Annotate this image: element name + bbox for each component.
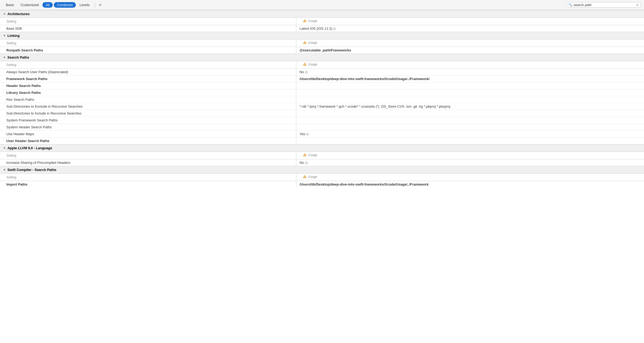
table-row: System Header Search Paths [0,124,644,131]
table-row: Rez Search Paths [0,96,644,103]
linking-col-setting-header: Setting [0,39,296,47]
tab-customized[interactable]: Customized [18,2,42,8]
increase-sharing-value: No ◇ [296,159,644,166]
xcode-usage-icon-search: A [303,62,307,67]
search-paths-header-row: Setting A Usage [0,61,644,69]
section-swift-header[interactable]: ▼ Swift Compiler - Search Paths [0,166,644,174]
search-clear-button[interactable]: ✕ [636,3,639,7]
section-search-paths-title: Search Paths [7,55,29,59]
svg-text:A: A [304,42,306,44]
use-header-maps-setting: Use Header Maps [0,131,296,138]
content-area: ▼ Architectures Setting A Usage Base SDK… [0,10,644,343]
section-linking-title: Linking [7,34,20,38]
tab-all[interactable]: All [42,2,52,8]
header-search-value [296,82,644,89]
table-row: Increase Sharing of Precompiled Headers … [0,159,644,166]
base-sdk-setting: Base SDK [0,25,296,32]
svg-text:A: A [304,20,306,22]
architectures-table: Setting A Usage Base SDK Latest iOS (iOS… [0,18,644,32]
tab-levels[interactable]: Levels [77,2,92,8]
llvm-divider: A Usage [296,152,644,159]
rez-search-value [296,96,644,103]
section-architectures-title: Architectures [7,12,30,16]
add-button[interactable]: + [98,3,103,7]
tab-basic[interactable]: Basic [3,2,17,8]
architectures-divider: A Usage [296,18,644,25]
llvm-usage-header: Usage [308,153,317,157]
table-row: System Framework Search Paths [0,117,644,124]
table-row: Base SDK Latest iOS (iOS 11.2) ◇ [0,25,644,32]
table-row: Runpath Search Paths @executable_path/Fr… [0,47,644,54]
table-row: Import Paths /Users/tib/Desktop/deep-div… [0,181,644,188]
linking-divider: A Usage [296,39,644,47]
table-row: User Header Search Paths [0,138,644,144]
increase-sharing-setting: Increase Sharing of Precompiled Headers [0,159,296,166]
section-search-paths-header[interactable]: ▼ Search Paths [0,54,644,61]
import-paths-setting: Import Paths [0,181,296,188]
section-llvm-arrow: ▼ [3,147,6,149]
section-search-paths-arrow: ▼ [3,56,6,59]
library-search-setting: Library Search Paths [0,89,296,96]
section-architectures-arrow: ▼ [3,12,6,15]
swift-col-setting-header: Setting [0,174,296,181]
table-row: Library Search Paths [0,89,644,96]
xcode-usage-icon-linking: A [303,41,307,45]
swift-header-row: Setting A Usage [0,174,644,181]
table-row: Always Search User Paths (Deprecated) No… [0,69,644,76]
section-linking-arrow: ▼ [3,34,6,37]
architectures-usage-header: Usage [308,19,317,23]
table-row: Use Header Maps Yes ◇ [0,131,644,138]
section-llvm-title: Apple LLVM 9.0 - Language [7,146,52,150]
sys-header-value [296,124,644,131]
llvm-header-row: Setting A Usage [0,152,644,159]
toolbar-divider [95,2,95,8]
sys-header-setting: System Header Search Paths [0,124,296,131]
tab-combined[interactable]: Combined [54,2,76,8]
section-architectures-header[interactable]: ▼ Architectures [0,10,644,18]
search-paths-col-setting-header: Setting [0,61,296,69]
user-header-setting: User Header Search Paths [0,138,296,144]
search-paths-table: Setting A Usage Always Search User Paths… [0,61,644,144]
user-header-value [296,138,644,144]
subdirs-include-setting: Sub-Directories to Include in Recursive … [0,110,296,117]
table-row: Sub-Directories to Exclude in Recursive … [0,103,644,110]
linking-usage-header: Usage [308,41,317,45]
search-paths-divider: A Usage [296,61,644,69]
runpath-setting: Runpath Search Paths [0,47,296,54]
rez-search-setting: Rez Search Paths [0,96,296,103]
import-paths-value: /Users/tib/Desktop/deep-dive-into-swift-… [296,181,644,188]
swift-divider: A Usage [296,174,644,181]
section-linking-header[interactable]: ▼ Linking [0,32,644,39]
xcode-usage-icon-swift: A [303,175,307,179]
table-row: Header Search Paths [0,82,644,89]
svg-text:A: A [304,176,306,178]
subdirs-exclude-value: *.nib *.lproj *.framework *.gch *.xcode*… [296,103,644,110]
base-sdk-value: Latest iOS (iOS 11.2) ◇ [296,25,644,32]
svg-text:A: A [304,154,306,156]
use-header-maps-value: Yes ◇ [296,131,644,138]
llvm-table: Setting A Usage Increase Sharing of Prec… [0,152,644,166]
search-paths-usage-header: Usage [308,63,317,66]
xcode-usage-icon-llvm: A [303,153,307,157]
section-swift-arrow: ▼ [3,168,6,171]
sys-framework-setting: System Framework Search Paths [0,117,296,124]
subdirs-exclude-setting: Sub-Directories to Exclude in Recursive … [0,103,296,110]
svg-text:A: A [304,64,306,65]
linking-table: Setting A Usage Runpath Search Paths @ex… [0,39,644,54]
framework-search-setting: Framework Search Paths [0,76,296,82]
search-box: 🔍 ✕ [567,2,641,8]
linking-header-row: Setting A Usage [0,39,644,47]
search-input[interactable] [574,3,635,7]
swift-table: Setting A Usage Import Paths /Users/tib/… [0,174,644,188]
section-swift-title: Swift Compiler - Search Paths [7,168,56,172]
table-row: Framework Search Paths /Users/tib/Deskto… [0,76,644,82]
framework-search-value: /Users/tib/Desktop/deep-dive-into-swift-… [296,76,644,82]
subdirs-include-value [296,110,644,117]
toolbar: Basic Customized All Combined Levels + 🔍… [0,0,644,10]
architectures-col-setting-header: Setting [0,18,296,25]
runpath-value: @executable_path/Frameworks [296,47,644,54]
section-llvm-header[interactable]: ▼ Apple LLVM 9.0 - Language [0,144,644,152]
always-search-setting: Always Search User Paths (Deprecated) [0,69,296,76]
architectures-header-row: Setting A Usage [0,18,644,25]
sys-framework-value [296,117,644,124]
